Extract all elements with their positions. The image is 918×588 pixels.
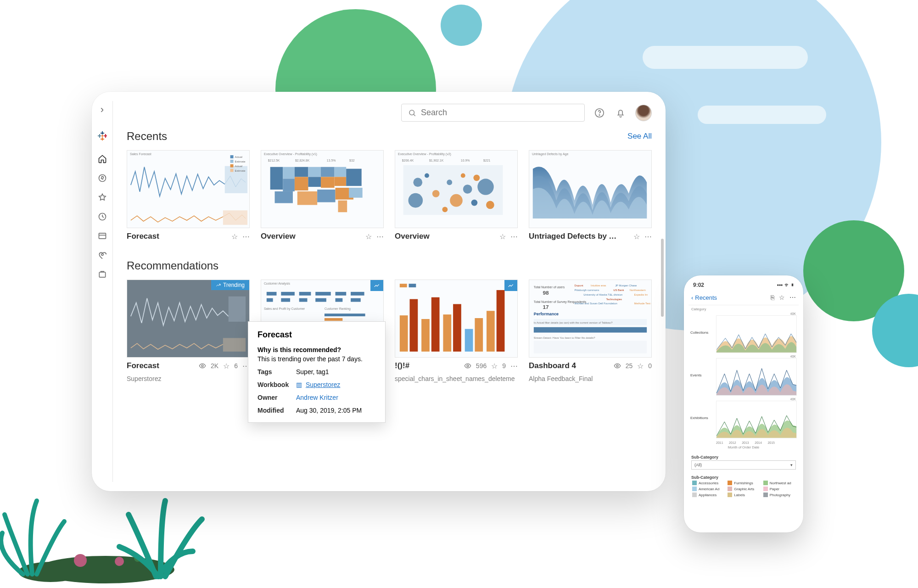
svg-rect-93 bbox=[400, 284, 407, 287]
help-button[interactable] bbox=[593, 106, 606, 119]
svg-point-69 bbox=[471, 200, 478, 206]
recommendation-card[interactable]: !()!# 596 ☆ 9 ⋯ special_chars_in_sheet_n… bbox=[395, 280, 518, 382]
nav-recommendations-icon[interactable] bbox=[98, 251, 107, 260]
svg-rect-25 bbox=[230, 155, 234, 158]
phone-more-icon[interactable]: ⋯ bbox=[789, 294, 796, 301]
svg-rect-37 bbox=[270, 167, 283, 190]
phone-action-icon[interactable]: ⎘ bbox=[771, 294, 774, 301]
phone-time: 9:02 bbox=[693, 282, 704, 288]
more-icon[interactable]: ⋯ bbox=[644, 232, 652, 241]
svg-rect-81 bbox=[336, 292, 347, 296]
favorite-icon[interactable]: ☆ bbox=[499, 232, 506, 241]
legend-swatch bbox=[728, 481, 732, 485]
popover-workbook-label: Workbook bbox=[257, 381, 290, 388]
phone-category-label: Category bbox=[688, 305, 799, 312]
svg-rect-45 bbox=[321, 177, 335, 188]
search-box[interactable] bbox=[401, 104, 585, 122]
svg-text:$2,824.8K: $2,824.8K bbox=[295, 159, 310, 162]
nav-favorites-icon[interactable] bbox=[98, 193, 107, 202]
thumb-caption: Untriaged Defects by Age bbox=[532, 152, 568, 156]
nav-home-icon[interactable] bbox=[98, 154, 107, 163]
search-input[interactable] bbox=[421, 108, 578, 118]
recents-card[interactable]: Executive Overview - Profitability (v2) … bbox=[395, 150, 518, 241]
notifications-button[interactable] bbox=[614, 106, 627, 119]
legend-item: Paper bbox=[763, 487, 795, 491]
phone-favorite-icon[interactable]: ☆ bbox=[779, 294, 785, 301]
thumbnail-defects-area: Untriaged Defects by Age bbox=[529, 150, 652, 228]
svg-text:$1,902.1K: $1,902.1K bbox=[429, 159, 444, 162]
top-bar bbox=[127, 104, 652, 122]
svg-text:Sales and Profit by Customer: Sales and Profit by Customer bbox=[264, 307, 305, 311]
more-icon[interactable]: ⋯ bbox=[510, 232, 518, 241]
nav-recents-icon[interactable] bbox=[98, 212, 107, 221]
phone-back-button[interactable]: ‹ Recents bbox=[691, 294, 717, 301]
svg-rect-126 bbox=[534, 341, 647, 353]
nav-shared-icon[interactable] bbox=[98, 231, 107, 241]
svg-rect-97 bbox=[421, 319, 430, 352]
recents-card[interactable]: Untriaged Defects by Age bbox=[529, 150, 652, 241]
svg-rect-73 bbox=[229, 297, 246, 322]
svg-point-60 bbox=[413, 178, 422, 187]
svg-rect-38 bbox=[283, 167, 295, 179]
legend-swatch bbox=[763, 493, 768, 497]
svg-rect-41 bbox=[295, 177, 308, 190]
thumbnail-bars bbox=[395, 280, 518, 358]
nav-collections-icon[interactable] bbox=[98, 270, 107, 279]
favorite-icon[interactable]: ☆ bbox=[231, 232, 238, 241]
svg-rect-92 bbox=[325, 318, 342, 321]
recents-card[interactable]: Executive Overview - Profitability (v1) … bbox=[261, 150, 384, 241]
search-icon bbox=[408, 109, 416, 117]
phone-mini-chart bbox=[716, 358, 797, 396]
svg-rect-54 bbox=[349, 188, 363, 198]
svg-rect-82 bbox=[351, 292, 364, 296]
svg-rect-99 bbox=[443, 314, 451, 352]
workbook-icon: ▥ bbox=[296, 381, 302, 388]
legend-swatch bbox=[692, 487, 697, 491]
svg-rect-39 bbox=[283, 179, 295, 191]
svg-point-75 bbox=[202, 365, 203, 367]
svg-rect-42 bbox=[308, 167, 321, 177]
recommendation-card[interactable]: Trending Forecast 2K ☆ 6 bbox=[127, 280, 250, 382]
more-icon[interactable]: ⋯ bbox=[376, 232, 384, 241]
recommendation-card[interactable]: Total Number of users 98 Total Number of… bbox=[529, 280, 652, 382]
svg-rect-84 bbox=[281, 298, 290, 302]
more-icon[interactable]: ⋯ bbox=[510, 362, 518, 370]
avatar[interactable] bbox=[635, 105, 652, 121]
legend-item: Labels bbox=[728, 493, 759, 497]
svg-point-67 bbox=[477, 179, 493, 195]
favorite-icon[interactable]: ☆ bbox=[365, 232, 372, 241]
svg-text:Pittsburgh commons: Pittsburgh commons bbox=[575, 289, 599, 291]
favorite-icon[interactable]: ☆ bbox=[223, 362, 230, 370]
svg-rect-12 bbox=[105, 134, 106, 138]
favorite-icon[interactable]: ☆ bbox=[637, 362, 644, 370]
svg-rect-80 bbox=[315, 292, 330, 296]
chart-badge-icon bbox=[504, 280, 517, 291]
favorite-icon[interactable]: ☆ bbox=[491, 362, 498, 370]
scrollbar[interactable] bbox=[661, 239, 664, 317]
svg-rect-74 bbox=[223, 338, 246, 352]
phone-subcategory-dropdown[interactable]: (All)▾ bbox=[691, 460, 796, 470]
recommendations-row: Trending Forecast 2K ☆ 6 bbox=[127, 280, 652, 382]
favs-count: 6 bbox=[234, 362, 238, 370]
popover-owner-link[interactable]: Andrew Kritzer bbox=[296, 394, 338, 401]
more-icon[interactable]: ⋯ bbox=[242, 232, 250, 241]
svg-rect-52 bbox=[275, 191, 293, 203]
thumb-caption: Executive Overview - Profitability (v2) bbox=[398, 152, 451, 156]
nav-explore-icon[interactable] bbox=[98, 174, 107, 183]
popover-workbook-link[interactable]: Superstorez bbox=[306, 381, 340, 388]
svg-point-127 bbox=[616, 365, 618, 367]
recents-card[interactable]: Sales Forecast Actual Estimate bbox=[127, 150, 250, 241]
svg-rect-88 bbox=[351, 298, 361, 302]
recommendation-popover: Forecast Why is this recommended? This i… bbox=[248, 321, 386, 423]
views-icon bbox=[614, 362, 621, 370]
chart-badge-icon bbox=[370, 280, 383, 291]
svg-rect-44 bbox=[321, 167, 335, 177]
favorite-icon[interactable]: ☆ bbox=[633, 232, 640, 241]
svg-text:US Bank: US Bank bbox=[613, 289, 624, 291]
svg-rect-104 bbox=[497, 290, 505, 352]
recents-see-all-link[interactable]: See All bbox=[627, 132, 652, 141]
svg-rect-122 bbox=[534, 327, 647, 333]
legend-item: Photography bbox=[763, 493, 795, 497]
trending-icon bbox=[216, 282, 221, 288]
sidebar-expand-button[interactable]: › bbox=[101, 104, 104, 116]
